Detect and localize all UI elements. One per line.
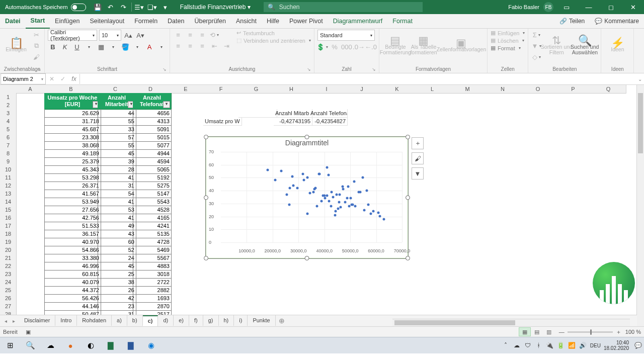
cell-C9[interactable]: 39	[98, 157, 136, 166]
cell-C23[interactable]: 25	[98, 270, 136, 279]
scrollbar-thumb[interactable]	[394, 320, 515, 325]
row-header-9[interactable]: 9	[0, 157, 17, 166]
data-point[interactable]	[350, 197, 352, 200]
align-left-icon[interactable]: ≡	[173, 41, 183, 51]
data-point[interactable]	[266, 168, 269, 171]
sheet-tab-a[interactable]: a)	[112, 315, 127, 326]
cell-B12[interactable]: 26.371	[44, 182, 101, 190]
cell-D25[interactable]: 2882	[133, 286, 172, 295]
cell-D7[interactable]: 5077	[133, 141, 172, 150]
dialog-launcher-icon[interactable]: ↘	[163, 67, 167, 72]
data-point[interactable]	[306, 176, 309, 179]
cell-B8[interactable]: 49.189	[44, 149, 101, 158]
cell-C21[interactable]: 24	[98, 254, 136, 262]
taskbar-search-icon[interactable]: 🔍	[20, 337, 40, 353]
cell-B4[interactable]: 31.718	[44, 117, 101, 126]
cut-icon[interactable]: ✂	[31, 30, 41, 40]
row-header-15[interactable]: 15	[0, 206, 17, 214]
touch-mode-icon[interactable]: ☰▾	[133, 0, 146, 14]
indent-dec-icon[interactable]: ⇤	[209, 41, 219, 51]
row-header-11[interactable]: 11	[0, 173, 17, 182]
thousands-icon[interactable]: 000	[342, 42, 352, 52]
data-point[interactable]	[312, 191, 315, 193]
data-point[interactable]	[285, 193, 288, 196]
taskbar-word-icon[interactable]: ▇	[121, 337, 141, 353]
zoom-level[interactable]: 100 %	[625, 329, 641, 335]
filter-icon[interactable]: ▾	[163, 101, 170, 108]
cell-B22[interactable]: 46.996	[44, 262, 101, 270]
data-point[interactable]	[347, 186, 349, 188]
taskbar-app-3[interactable]: ◐	[80, 337, 101, 353]
col-header-G[interactable]: G	[238, 85, 274, 94]
data-point[interactable]	[348, 205, 351, 207]
cell-B24[interactable]: 40.079	[44, 278, 101, 287]
orientation-icon[interactable]: ⟲	[209, 30, 219, 40]
row-header-17[interactable]: 17	[0, 222, 17, 230]
row-header-20[interactable]: 20	[0, 246, 17, 254]
cell-B26[interactable]: 56.426	[44, 294, 101, 303]
cell-B23[interactable]: 60.815	[44, 270, 101, 279]
cell-F4[interactable]: Umsatz pro W	[203, 117, 242, 126]
tab-home[interactable]: Start	[26, 14, 50, 29]
cell-B21[interactable]: 33.380	[44, 254, 101, 262]
taskbar-app-1[interactable]: ☁	[40, 337, 60, 353]
row-header-25[interactable]: 25	[0, 286, 17, 295]
number-format-combo[interactable]: Standard▾	[317, 30, 375, 41]
cell-D10[interactable]: 5065	[133, 165, 172, 174]
resize-handle-n[interactable]	[305, 135, 309, 139]
cell-C20[interactable]: 52	[98, 246, 136, 254]
minimize-icon[interactable]: —	[578, 0, 600, 14]
col-header-L[interactable]: L	[415, 85, 450, 94]
data-point[interactable]	[363, 209, 365, 211]
cell-D12[interactable]: 5275	[133, 182, 172, 190]
cell-B11[interactable]: 53.298	[44, 173, 101, 182]
data-point[interactable]	[340, 206, 342, 209]
data-point[interactable]	[330, 205, 332, 207]
tray-battery-icon[interactable]: 🔋	[557, 342, 565, 349]
data-point[interactable]	[336, 193, 338, 196]
tray-chevron-icon[interactable]: ˄	[502, 342, 510, 349]
cell-B17[interactable]: 51.533	[44, 222, 101, 230]
sort-filter-button[interactable]: ⇅Sortieren und Filtern	[543, 30, 570, 63]
font-name-combo[interactable]: Calibri (Textkörper)▾	[48, 30, 97, 41]
col-header-C[interactable]: C	[98, 85, 133, 94]
tab-view[interactable]: Ansicht	[231, 14, 262, 28]
data-point[interactable]	[292, 184, 295, 187]
font-color-icon[interactable]: A	[144, 42, 154, 52]
row-header-16[interactable]: 16	[0, 214, 17, 222]
zoom-in-icon[interactable]: ＋	[616, 328, 621, 336]
cell-D15[interactable]: 4528	[133, 206, 172, 214]
horizontal-scrollbar[interactable]	[392, 319, 630, 326]
worksheet-grid[interactable]: ABCDEFGHIJKLMNOPQ 1234567891011121314151…	[0, 85, 644, 326]
col-header-H[interactable]: H	[274, 85, 309, 94]
zoom-out-icon[interactable]: —	[559, 329, 565, 335]
cell-H4[interactable]: -0,42743195	[274, 117, 312, 126]
data-point[interactable]	[314, 187, 316, 189]
row-header-10[interactable]: 10	[0, 165, 17, 174]
cell-D23[interactable]: 3018	[133, 270, 172, 279]
start-button[interactable]: ⊞	[0, 337, 20, 353]
cell-D9[interactable]: 4594	[133, 157, 172, 166]
cell-H3[interactable]: Anzahl Mitarb	[274, 109, 312, 118]
data-point[interactable]	[370, 213, 372, 215]
row-header-1[interactable]: 1	[0, 93, 17, 102]
clear-icon[interactable]: ◇	[531, 52, 541, 62]
cell-C26[interactable]: 42	[98, 294, 136, 303]
fontcolor-dd-icon[interactable]: ▾	[156, 42, 167, 52]
select-all-icon[interactable]	[0, 85, 17, 94]
data-point[interactable]	[353, 180, 356, 183]
row-header-27[interactable]: 27	[0, 302, 17, 311]
delete-cells-button[interactable]: ▦Löschen	[491, 37, 525, 44]
paste-button[interactable]: 📋Einfügen	[3, 30, 29, 63]
cell-D20[interactable]: 5469	[133, 246, 172, 254]
data-point[interactable]	[291, 175, 294, 177]
cell-B25[interactable]: 44.372	[44, 286, 101, 295]
data-point[interactable]	[328, 200, 330, 202]
data-point[interactable]	[322, 195, 325, 197]
tray-onedrive-icon[interactable]: ☁	[513, 342, 521, 349]
row-header-26[interactable]: 26	[0, 294, 17, 303]
save-icon[interactable]: 💾	[91, 0, 104, 14]
row-header-24[interactable]: 24	[0, 278, 17, 287]
resize-handle-sw[interactable]	[204, 256, 208, 260]
tab-nav[interactable]: ◂▸	[0, 318, 19, 324]
